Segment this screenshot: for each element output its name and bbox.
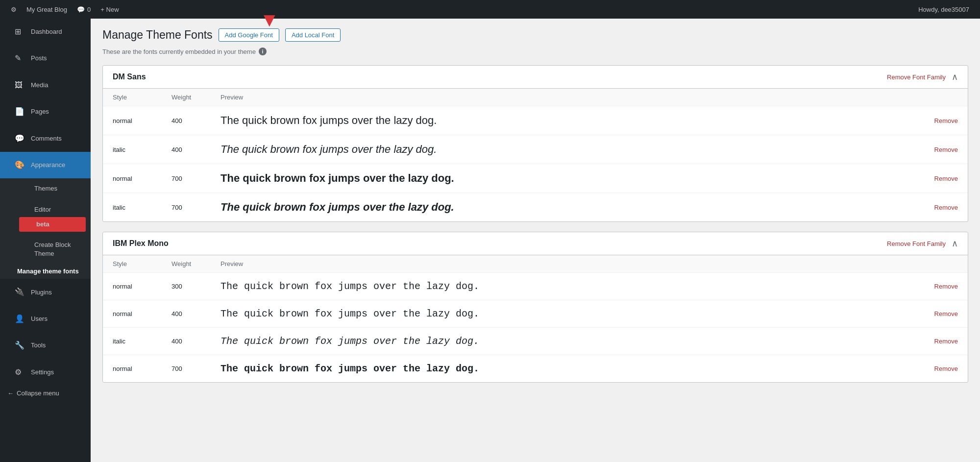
font-weight-700-2: 700	[162, 193, 211, 222]
sidebar-subitem-themes[interactable]: Themes	[0, 178, 91, 199]
sidebar-subitem-editor[interactable]: Editor beta	[0, 199, 91, 235]
collapse-menu[interactable]: ← Collapse menu	[0, 386, 91, 401]
howdy-item[interactable]: Howdy, dee35007	[913, 6, 974, 13]
remove-ibm-normal-400-button[interactable]: Remove	[934, 310, 958, 317]
sidebar-item-settings[interactable]: ⚙ Settings	[0, 359, 91, 386]
appearance-icon: 🎨	[7, 156, 20, 174]
ibm-font-style-normal-400: normal	[103, 300, 162, 328]
remove-font-normal-700-button[interactable]: Remove	[934, 175, 958, 182]
font-preview-italic-700: The quick brown fox jumps over the lazy …	[211, 193, 925, 222]
settings-icon: ⚙	[7, 363, 20, 382]
col-header-preview-dm-sans: Preview	[211, 89, 925, 106]
remove-family-dm-sans-button[interactable]: Remove Font Family	[887, 73, 946, 81]
comment-count: 0	[87, 6, 91, 13]
sidebar-item-dashboard[interactable]: ⊞ Dashboard	[0, 19, 91, 45]
font-style-italic-400: italic	[103, 135, 162, 164]
remove-ibm-normal-300-button[interactable]: Remove	[934, 283, 958, 290]
info-icon[interactable]: i	[259, 48, 267, 55]
sidebar-item-tools[interactable]: 🔧 Tools	[0, 332, 91, 359]
ibm-font-preview-italic-400: The quick brown fox jumps over the lazy …	[211, 328, 925, 355]
ibm-font-preview-normal-300: The quick brown fox jumps over the lazy …	[211, 273, 925, 300]
sidebar-label-dashboard: Dashboard	[24, 24, 67, 40]
sidebar-label-plugins: Plugins	[24, 284, 57, 301]
col-header-action-dm-sans	[925, 89, 968, 106]
pages-icon: 📄	[7, 102, 20, 121]
plugins-icon: 🔌	[7, 283, 20, 301]
sidebar-subitem-create-block-theme[interactable]: Create Block Theme	[0, 235, 91, 264]
font-style-italic-700: italic	[103, 193, 162, 222]
new-item[interactable]: + New	[96, 0, 123, 19]
sidebar-link-appearance[interactable]: 🎨 Appearance	[0, 152, 91, 178]
sidebar-link-posts[interactable]: ✎ Posts	[0, 45, 91, 72]
font-weight-400-1: 400	[162, 106, 211, 135]
sidebar-link-create-block-theme[interactable]: Create Block Theme	[0, 235, 91, 264]
table-row: normal 300 The quick brown fox jumps ove…	[103, 273, 968, 300]
ibm-font-weight-400: 400	[162, 300, 211, 328]
table-row: normal 700 The quick brown fox jumps ove…	[103, 164, 968, 193]
sidebar-label-tools: Tools	[24, 337, 50, 354]
sidebar-label-users: Users	[24, 311, 52, 327]
preview-text-ibm-normal-700: The quick brown fox jumps over the lazy …	[220, 363, 479, 374]
font-weight-700-1: 700	[162, 164, 211, 193]
sidebar-item-users[interactable]: 👤 Users	[0, 306, 91, 332]
sidebar-link-comments[interactable]: 💬 Comments	[0, 125, 91, 152]
ibm-font-weight-700: 700	[162, 355, 211, 383]
table-row: italic 400 The quick brown fox jumps ove…	[103, 328, 968, 355]
font-style-normal-700: normal	[103, 164, 162, 193]
sidebar-item-appearance[interactable]: 🎨 Appearance Themes Editor beta	[0, 152, 91, 279]
sidebar-link-dashboard[interactable]: ⊞ Dashboard	[0, 19, 91, 45]
add-google-font-button[interactable]: Add Google Font	[219, 28, 279, 42]
remove-font-normal-400-button[interactable]: Remove	[934, 117, 958, 124]
add-local-font-button[interactable]: Add Local Font	[285, 28, 341, 42]
sidebar-link-themes[interactable]: Themes	[0, 178, 91, 199]
collapse-dm-sans-button[interactable]: ∧	[952, 73, 958, 81]
remove-ibm-italic-400-button[interactable]: Remove	[934, 338, 958, 345]
sidebar-link-plugins[interactable]: 🔌 Plugins	[0, 279, 91, 305]
sidebar-link-pages[interactable]: 📄 Pages	[0, 98, 91, 125]
sidebar-item-plugins[interactable]: 🔌 Plugins	[0, 279, 91, 305]
font-family-card-ibm-plex-mono: IBM Plex Mono Remove Font Family ∧ Style…	[102, 232, 968, 383]
site-name-item[interactable]: My Great Blog	[22, 0, 72, 19]
preview-text-italic-700: The quick brown fox jumps over the lazy …	[220, 201, 454, 213]
site-name: My Great Blog	[26, 6, 67, 13]
sidebar-link-settings[interactable]: ⚙ Settings	[0, 359, 91, 386]
font-preview-normal-400: The quick brown fox jumps over the lazy …	[211, 106, 925, 135]
wp-logo-item[interactable]: ⚙	[6, 0, 22, 19]
collapse-icon: ←	[7, 389, 14, 397]
preview-text-ibm-italic-400: The quick brown fox jumps over the lazy …	[220, 336, 479, 347]
sidebar-subitem-manage-theme-fonts[interactable]: Manage theme fonts	[0, 264, 91, 279]
sidebar-label-create-block-theme: Create Block Theme	[17, 238, 86, 261]
comments-item[interactable]: 💬 0	[72, 0, 96, 19]
col-header-weight-dm-sans: Weight	[162, 89, 211, 106]
sidebar-item-pages[interactable]: 📄 Pages	[0, 98, 91, 125]
font-family-name-dm-sans: DM Sans	[113, 73, 146, 81]
font-weight-400-2: 400	[162, 135, 211, 164]
ibm-font-action-normal-700: Remove	[925, 355, 968, 383]
howdy-text: Howdy, dee35007	[918, 6, 969, 13]
sidebar-label-posts: Posts	[24, 50, 52, 67]
ibm-font-style-italic-400: italic	[103, 328, 162, 355]
remove-ibm-normal-700-button[interactable]: Remove	[934, 365, 958, 372]
sidebar-item-posts[interactable]: ✎ Posts	[0, 45, 91, 72]
ibm-font-weight-italic-400: 400	[162, 328, 211, 355]
sidebar-item-media[interactable]: 🖼 Media	[0, 72, 91, 98]
appearance-submenu: Themes Editor beta Create Block Theme	[0, 178, 91, 279]
collapse-ibm-button[interactable]: ∧	[952, 239, 958, 248]
tools-icon: 🔧	[7, 336, 20, 355]
ibm-font-style-normal-700: normal	[103, 355, 162, 383]
remove-family-ibm-button[interactable]: Remove Font Family	[887, 240, 946, 247]
sidebar-link-tools[interactable]: 🔧 Tools	[0, 332, 91, 359]
sidebar-link-editor[interactable]: Editor beta	[0, 199, 91, 235]
font-table-header-dm-sans: Style Weight Preview	[103, 89, 968, 106]
sidebar-item-comments[interactable]: 💬 Comments	[0, 125, 91, 152]
font-action-normal-400: Remove	[925, 106, 968, 135]
sidebar-menu: ⊞ Dashboard ✎ Posts 🖼 Media 📄 Pa	[0, 19, 91, 386]
app-layout: ⊞ Dashboard ✎ Posts 🖼 Media 📄 Pa	[0, 19, 980, 462]
sidebar-link-media[interactable]: 🖼 Media	[0, 72, 91, 98]
preview-text-normal-700: The quick brown fox jumps over the lazy …	[220, 172, 454, 184]
sidebar-link-users[interactable]: 👤 Users	[0, 306, 91, 332]
remove-font-italic-400-button[interactable]: Remove	[934, 146, 958, 153]
font-table-ibm-plex-mono: Style Weight Preview normal 300 The quic…	[103, 255, 968, 382]
remove-font-italic-700-button[interactable]: Remove	[934, 204, 958, 211]
page-header: Manage Theme Fonts Add Google Font Add L…	[102, 28, 968, 42]
